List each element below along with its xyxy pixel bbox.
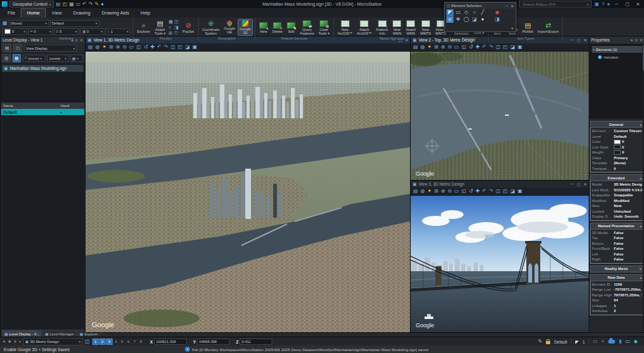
view-toggle-8[interactable]: 8	[138, 339, 144, 344]
y-value[interactable]: 34658.398	[197, 339, 230, 345]
move-icon[interactable]: ✚	[455, 17, 461, 22]
property-row-class[interactable]: ClassPrimary	[591, 155, 643, 161]
view-previous-icon[interactable]: ↶	[157, 45, 162, 50]
clip-volume-icon[interactable]: ◰	[178, 45, 183, 50]
level-row-default[interactable]: Default •	[1, 109, 84, 115]
level-color-combo[interactable]: ▦ ▾	[70, 55, 83, 62]
window-area-icon[interactable]: ▭	[129, 45, 134, 50]
primary-tool-cluster[interactable]: ▦◫⌗◨⊞▽	[169, 20, 179, 36]
levels-combo[interactable]: Levels ▾	[47, 55, 68, 62]
block-icon[interactable]: ▭	[455, 10, 461, 15]
property-row-3d-model[interactable]: 3D ModelFalse	[591, 230, 643, 236]
edit-button[interactable]: Edit	[286, 21, 297, 34]
saved-views-icon[interactable]: ▣	[192, 45, 197, 50]
view-toggle-6[interactable]: 6	[126, 339, 131, 344]
properties-menu-icon[interactable]: ▾	[631, 38, 633, 42]
active-color-combo[interactable]: 0▾	[3, 28, 27, 35]
attach-arcgis-button[interactable]: Attach ArcGIS™	[355, 20, 373, 36]
view-toggle-3[interactable]: 3	[106, 339, 113, 345]
fit-view-icon[interactable]: ◱	[462, 189, 467, 194]
picklist-button[interactable]: ▤Picklist	[521, 21, 534, 34]
view1-scene[interactable]: Google	[86, 52, 410, 332]
save-icon[interactable]: ▦	[69, 2, 74, 7]
display-target-combo[interactable]: View Display ▾	[24, 45, 77, 52]
property-row-transparency[interactable]: Transparency0	[591, 166, 643, 172]
dialog-mode-button[interactable]: ◫	[13, 44, 22, 52]
clear-tools-button[interactable]: Clear Tools ▾	[317, 20, 330, 36]
primary-mini-tool-icon[interactable]: ⊞	[169, 31, 174, 36]
primary-mini-tool-icon[interactable]: ◨	[174, 25, 179, 30]
brightness-icon[interactable]: ✶	[103, 45, 107, 50]
import-export-button[interactable]: ⇄Import/Export	[536, 21, 560, 34]
copy-view-icon[interactable]: ◫	[496, 189, 501, 194]
saved-views-icon[interactable]: ▣	[518, 189, 523, 194]
window-area-icon[interactable]: ▭	[454, 45, 459, 50]
property-row-right[interactable]: RightFalse	[591, 257, 643, 262]
sketch-icon[interactable]: ✎	[538, 339, 542, 344]
individual-icon[interactable]: ◤	[447, 10, 453, 15]
priority-combo[interactable]: ↕1▾	[106, 28, 130, 35]
help-icon[interactable]: ?	[602, 2, 604, 7]
clear-icon[interactable]: ◨	[494, 17, 500, 22]
level-filter-combo[interactable]: (None) ▾	[9, 20, 49, 27]
section-header-named-presentation[interactable]: Named Presentation▴	[590, 223, 644, 230]
properties-pin-icon[interactable]: ⊙	[635, 38, 638, 42]
query-features-button[interactable]: Query Features	[299, 20, 315, 36]
change-level-button[interactable]: ▥	[3, 54, 11, 62]
display-style-icon[interactable]: ◍	[421, 45, 425, 50]
level-filter-none-combo[interactable]: ▽ (none) ▾	[23, 55, 46, 62]
view-next-icon[interactable]: ↷	[164, 45, 169, 50]
google-ge-button[interactable]: Google GE	[223, 20, 236, 35]
window-area-icon[interactable]: ▭	[454, 189, 459, 194]
column-name[interactable]: Name	[1, 104, 60, 108]
properties-close-icon[interactable]: ✕	[640, 38, 643, 42]
cloud-icon[interactable]	[608, 340, 615, 344]
view-attributes-icon[interactable]: ▤	[88, 45, 93, 50]
monitor-icon[interactable]: ▭	[625, 339, 630, 344]
pen-icon[interactable]: ✎	[94, 2, 99, 7]
select-all-icon[interactable]: ▣	[447, 17, 453, 22]
property-row-size[interactable]: Size64	[591, 298, 643, 303]
dialog-close-icon[interactable]: ✕	[511, 4, 514, 8]
close-button[interactable]: ✕	[634, 2, 642, 7]
new-wms-button[interactable]: New WMS	[391, 20, 402, 36]
rotate-view-icon[interactable]: ↺	[469, 189, 473, 194]
property-row-model[interactable]: Model3D Metric Design	[591, 182, 643, 188]
view3-canvas[interactable]: Google	[411, 196, 589, 332]
properties-header[interactable]: Properties ▾ ⊙ ✕	[589, 36, 644, 43]
clip-mask-icon[interactable]: ◪	[185, 45, 190, 50]
compass-icon[interactable]: ◆	[634, 339, 638, 344]
view-toggle-4[interactable]: 4	[113, 339, 119, 344]
ellipse-icon[interactable]: ◯	[464, 17, 469, 22]
property-row-new[interactable]: NewNew	[591, 203, 643, 209]
z-value[interactable]: 0.411	[240, 339, 272, 345]
view-toggle-1[interactable]: 1	[92, 339, 99, 345]
property-row-locked[interactable]: LockedUnlocked	[591, 209, 643, 215]
explorer-button[interactable]: ⌕Explorer	[136, 21, 152, 34]
feature-info-button[interactable]: Feature Info	[375, 20, 389, 36]
tab-drawing[interactable]: Drawing	[67, 9, 96, 18]
google-3d-button[interactable]: Google 3D	[238, 20, 252, 35]
property-row-range-high[interactable]: Range High7972671.250m, 7972671.250m	[591, 293, 643, 298]
models-icon[interactable]: ⊞	[109, 45, 113, 50]
redo-icon[interactable]: ↷	[89, 2, 93, 7]
locks-value[interactable]: Default	[554, 340, 567, 344]
user-icon[interactable]: ●	[101, 2, 104, 7]
search-input[interactable]	[521, 2, 586, 7]
saved-views-icon[interactable]: ▣	[518, 45, 523, 50]
layers-icon[interactable]: ▮	[619, 339, 621, 344]
delete-button[interactable]: Delete	[271, 21, 284, 34]
view-toggle-2[interactable]: 2	[99, 339, 106, 345]
tab-home[interactable]: Home	[21, 8, 46, 18]
property-row-linkages[interactable]: Linkages1	[591, 303, 643, 309]
dialog-minimize-icon[interactable]: ─	[506, 4, 508, 8]
pan-view-icon[interactable]: ✚	[475, 45, 480, 50]
brightness-icon[interactable]: ✶	[428, 45, 432, 50]
pan-view-icon[interactable]: ✚	[150, 45, 155, 50]
rotate-view-icon[interactable]: ↺	[143, 45, 148, 50]
view3-maximize-icon[interactable]: ▢	[577, 182, 580, 186]
section-header-raw-data[interactable]: Raw Data▴	[590, 274, 644, 281]
property-row-left[interactable]: LeftFalse	[591, 252, 643, 257]
property-row-element-descr[interactable]: Element DescrCustom Tileset: Google	[591, 128, 643, 134]
section-header-general[interactable]: General▴	[590, 121, 644, 128]
